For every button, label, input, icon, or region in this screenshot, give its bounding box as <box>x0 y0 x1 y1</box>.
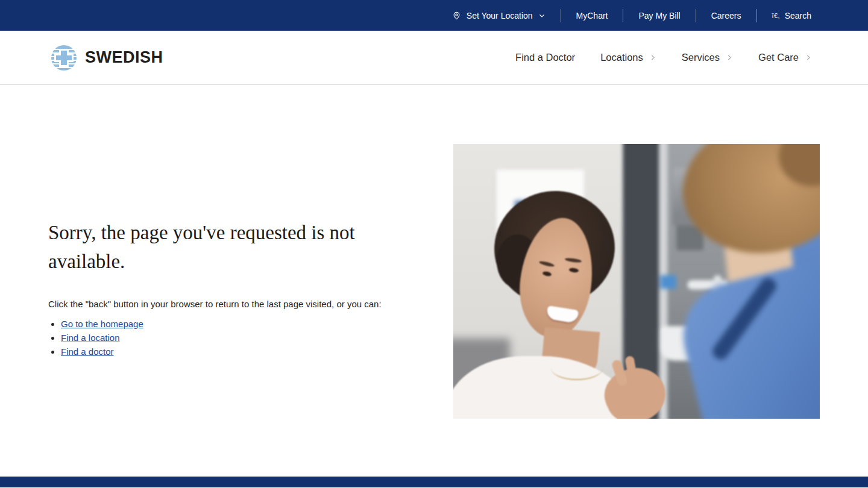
footer-bar <box>0 477 868 487</box>
chevron-right-icon <box>726 54 733 61</box>
set-location-button[interactable]: Set Your Location <box>452 11 546 20</box>
mychart-link[interactable]: MyChart <box>576 11 608 20</box>
nav-services[interactable]: Services <box>682 52 733 63</box>
nav-label: Find a Doctor <box>515 52 575 63</box>
chevron-right-icon <box>649 54 656 61</box>
chevron-right-icon <box>805 54 812 61</box>
location-pin-icon <box>452 11 461 20</box>
list-item: Go to the homepage <box>61 317 422 331</box>
intro-text: Click the "back" button in your browser … <box>48 298 422 310</box>
list-item: Find a location <box>61 331 422 345</box>
swedish-logo-icon <box>48 44 80 72</box>
set-location-label: Set Your Location <box>467 11 533 20</box>
divider <box>756 9 757 22</box>
photo-clinician-figure <box>453 144 820 419</box>
main-content: Sorry, the page you've requested is not … <box>0 85 868 477</box>
nav-locations[interactable]: Locations <box>600 52 656 63</box>
careers-link[interactable]: Careers <box>711 11 741 20</box>
nav-label: Get Care <box>758 52 799 63</box>
list-item: Find a doctor <box>61 345 422 358</box>
swedish-logo[interactable]: SWEDISH <box>48 44 163 72</box>
error-message-column: Sorry, the page you've requested is not … <box>48 144 422 477</box>
page-title: Sorry, the page you've requested is not … <box>48 218 422 276</box>
find-doctor-link[interactable]: Find a doctor <box>61 346 114 357</box>
find-location-link[interactable]: Find a location <box>61 333 120 343</box>
divider <box>623 9 623 22</box>
divider <box>696 9 696 22</box>
search-button[interactable]: ï€‚ Search <box>772 11 811 20</box>
brand-wordmark: SWEDISH <box>85 48 163 67</box>
search-icon: ï€‚ <box>772 12 780 19</box>
nav-label: Services <box>682 52 720 63</box>
divider <box>561 9 561 22</box>
nav-get-care[interactable]: Get Care <box>758 52 812 63</box>
pay-my-bill-link[interactable]: Pay My Bill <box>638 11 680 20</box>
main-navigation: Find a Doctor Locations Services Get Car… <box>515 52 812 63</box>
chevron-down-icon <box>538 12 546 19</box>
nav-label: Locations <box>600 52 643 63</box>
search-label: Search <box>785 11 811 20</box>
help-link-list: Go to the homepage Find a location Find … <box>48 317 422 358</box>
nav-find-a-doctor[interactable]: Find a Doctor <box>515 52 575 63</box>
patient-nurse-photo <box>453 144 820 419</box>
site-header: SWEDISH Find a Doctor Locations Services… <box>0 31 868 85</box>
homepage-link[interactable]: Go to the homepage <box>61 319 143 329</box>
top-utility-bar: Set Your Location MyChart Pay My Bill Ca… <box>0 0 868 31</box>
